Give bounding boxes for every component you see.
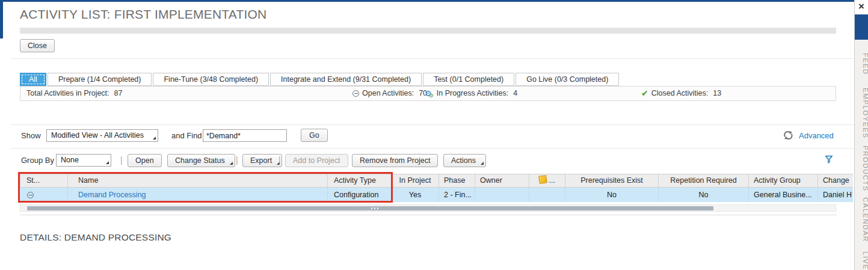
phase-tab-strip: All Prepare (1/4 Completed) Fine-Tune (3…	[20, 73, 620, 86]
table-row-demand-processing[interactable]: Demand Processing Configuration Yes 2 - …	[20, 188, 853, 202]
cell-phase: 2 - Fin...	[439, 188, 475, 202]
cell-owner	[475, 188, 529, 202]
right-rail-accent-block	[855, 14, 868, 40]
column-header-phase[interactable]: Phase	[439, 174, 475, 188]
cell-prerequisites-exist: No	[565, 188, 659, 202]
activity-stats-bar: Total Activities in Project: 87 Open Act…	[20, 86, 836, 101]
remove-from-project-button[interactable]: Remove from Project	[352, 154, 438, 167]
in-progress-gears-icon-small: ⚙	[429, 93, 434, 99]
add-to-project-button[interactable]: Add to Project	[285, 154, 348, 167]
toolbar-separator: |	[120, 155, 123, 165]
column-header-changed[interactable]: Change	[818, 174, 853, 188]
column-header-notes[interactable]: ...	[529, 174, 565, 188]
show-label: Show	[21, 131, 41, 140]
stat-total-label: Total Activities in Project:	[26, 87, 109, 100]
note-icon	[538, 175, 547, 184]
dialog-top-accent	[0, 0, 854, 2]
tab-integrate-and-extend[interactable]: Integrate and Extend (9/31 Completed)	[270, 73, 422, 86]
group-by-label: Group By	[21, 156, 54, 165]
details-title: DETAILS: DEMAND PROCESSING	[20, 232, 171, 243]
view-dropdown[interactable]: Modified View - All Activities	[46, 129, 158, 142]
divider	[11, 148, 854, 149]
sidebar-item-employees[interactable]: EMPLOYEES	[862, 88, 868, 138]
advanced-link[interactable]: Advanced	[799, 131, 834, 140]
page-title: ACTIVITY LIST: FIRST IMPLEMENTATION	[20, 7, 266, 22]
cell-notes	[529, 188, 565, 202]
table-header-row: St... Name Activity Type In Project Phas…	[20, 174, 853, 188]
group-by-dropdown-value: None	[61, 156, 79, 164]
column-header-repetition-required[interactable]: Repetition Required	[659, 174, 749, 188]
toolbar-separator: |	[236, 155, 238, 165]
find-input[interactable]	[203, 129, 287, 142]
stat-in-progress-value: 4	[513, 87, 517, 100]
column-header-status[interactable]: St...	[20, 174, 68, 188]
sort-ascending-icon	[318, 179, 323, 188]
tab-prepare[interactable]: Prepare (1/4 Completed)	[48, 73, 152, 86]
tab-go-live[interactable]: Go Live (0/3 Completed)	[516, 73, 619, 86]
column-header-owner[interactable]: Owner	[475, 174, 529, 188]
horizontal-scrollbar[interactable]	[20, 204, 836, 212]
dialog-left-accent	[0, 0, 3, 38]
export-label: Export	[250, 156, 272, 165]
open-status-icon	[27, 192, 34, 198]
actions-button[interactable]: Actions	[443, 154, 486, 167]
and-find-label: and Find	[171, 131, 202, 140]
stat-total-activities: Total Activities in Project: 87	[26, 87, 122, 100]
dropdown-corner-icon	[153, 137, 156, 140]
cell-status	[20, 188, 68, 202]
cell-in-project: Yes	[392, 188, 439, 202]
stat-closed-label: Closed Activities:	[651, 87, 708, 100]
scrollbar-grip-icon	[371, 207, 378, 209]
stat-closed-activities: ✔ Closed Activities: 13	[641, 87, 721, 100]
stat-open-label: Open Activities:	[362, 87, 414, 100]
close-icon[interactable]: ×	[858, 1, 864, 13]
sidebar-item-feed[interactable]: FEED	[862, 53, 868, 75]
tab-all[interactable]: All	[20, 73, 46, 86]
go-button[interactable]: Go	[301, 129, 328, 142]
activity-name-link[interactable]: Demand Processing	[78, 191, 146, 199]
table-bottom-border	[20, 215, 837, 215]
column-header-in-project[interactable]: In Project	[392, 174, 439, 188]
group-by-dropdown[interactable]: None	[56, 154, 111, 167]
divider	[11, 124, 854, 125]
actions-label: Actions	[451, 156, 476, 165]
stat-open-activities: Open Activities: 70	[352, 87, 427, 100]
tab-fine-tune[interactable]: Fine-Tune (3/48 Completed)	[153, 73, 269, 86]
dropdown-corner-icon	[106, 161, 109, 164]
stat-in-progress-activities: ⚙⚙ In Progress Activities: 4	[425, 87, 517, 100]
menu-corner-icon	[481, 162, 484, 165]
close-button[interactable]: Close	[20, 39, 55, 52]
menu-corner-icon	[230, 162, 233, 165]
closed-check-icon: ✔	[641, 87, 648, 100]
title-underline-bar	[20, 28, 836, 34]
open-button[interactable]: Open	[128, 154, 162, 167]
change-status-label: Change Status	[175, 156, 225, 165]
cell-changed-by: Daniel H	[818, 188, 853, 202]
cell-repetition-required: No	[659, 188, 749, 202]
filter-icon[interactable]	[824, 155, 834, 167]
stat-total-value: 87	[114, 87, 123, 100]
column-header-name[interactable]: Name	[68, 174, 328, 188]
cell-activity-type: Configuration	[328, 188, 392, 202]
column-header-notes-label: ...	[549, 176, 555, 185]
sidebar-item-products[interactable]: PRODUCTS	[862, 146, 868, 192]
stat-in-progress-label: In Progress Activities:	[437, 87, 509, 100]
view-dropdown-value: Modified View - All Activities	[51, 131, 144, 140]
column-header-prerequisites-exist[interactable]: Prerequisites Exist	[565, 174, 659, 188]
toolbar-separator: |	[279, 155, 281, 165]
open-status-icon	[352, 90, 359, 97]
sidebar-item-calendar[interactable]: CALENDAR	[862, 197, 868, 242]
refresh-icon[interactable]	[783, 130, 793, 143]
horizontal-scrollbar-thumb[interactable]	[27, 206, 713, 210]
column-header-activity-type[interactable]: Activity Type	[328, 174, 392, 188]
column-header-activity-group[interactable]: Activity Group	[749, 174, 818, 188]
cell-name: Demand Processing	[68, 188, 328, 202]
activity-table: St... Name Activity Type In Project Phas…	[20, 174, 853, 202]
sidebar-item-live[interactable]: LIVE	[862, 251, 868, 270]
tab-test[interactable]: Test (0/1 Completed)	[423, 73, 514, 86]
column-header-name-label: Name	[78, 176, 98, 185]
cell-activity-group: General Busine...	[749, 188, 818, 202]
export-button[interactable]: Export	[242, 154, 282, 167]
stat-closed-value: 13	[713, 87, 721, 100]
change-status-button[interactable]: Change Status	[167, 154, 235, 167]
